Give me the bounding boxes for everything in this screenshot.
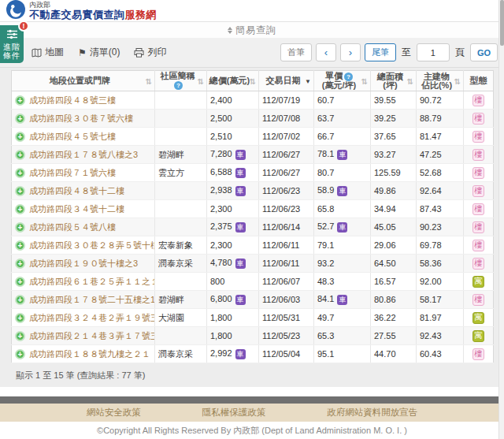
total-price-cell: 7,280車 [207, 146, 259, 164]
copyright-text: ©Copyright All Rights Reserved By 內政部 (D… [0, 422, 504, 439]
community-cell [155, 91, 207, 110]
date-cell: 112/06/11 [259, 255, 314, 273]
date-cell: 112/05/04 [259, 345, 314, 363]
ratio-cell: 81.47 [417, 128, 464, 146]
footer-links-bar: 網站安全政策 隱私權保護政策 政府網站資料開放宣告 [0, 404, 504, 422]
add-to-list-button[interactable]: + [15, 132, 25, 142]
unit-price-value: 95.1 [317, 349, 334, 359]
parking-badge: 車 [337, 150, 347, 160]
community-cell: 大湖園 [155, 309, 207, 327]
flag-icon: ⚑ [78, 47, 87, 58]
tab-list[interactable]: ⚑ 清單(0) [78, 46, 120, 59]
add-to-list-button[interactable]: + [15, 168, 25, 178]
site-title-suffix: 服務網 [125, 9, 158, 20]
add-to-list-button[interactable]: + [15, 186, 25, 196]
address-text: 成功路四段３０巷２８弄５號十樓 [29, 240, 155, 250]
sort-icon[interactable]: ⇅ [250, 76, 256, 85]
date-cell: 112/06/23 [259, 200, 314, 218]
parking-badge: 車 [337, 186, 347, 196]
unit-price-cell: 63.7 [314, 110, 371, 128]
sort-icon[interactable]: ⇅ [361, 76, 368, 85]
toolbar: 地圖 ⚑ 清單(0) 列印 首筆 ‹ › 尾筆 [0, 38, 504, 68]
type-badge: 樓 [472, 95, 484, 106]
go-button[interactable]: GO [470, 43, 498, 61]
table-row: +成功路四段２１４巷３弄１７號三樓1,800112/05/2365.327.55… [12, 327, 494, 345]
type-cell: 樓 [464, 255, 494, 273]
type-badge: 樓 [472, 203, 484, 215]
tab-map[interactable]: 地圖 [32, 46, 64, 59]
sort-icon[interactable]: ⇅ [146, 76, 152, 85]
table-row: +成功路四段１７８號八樓之3碧湖畔7,280車112/06/2778.1車93.… [12, 146, 494, 164]
total-price-value: 1,800 [210, 331, 232, 340]
unit-price-value: 66.7 [317, 132, 334, 141]
collapse-toggle-icon [228, 27, 232, 34]
ratio-cell: 88.79 [417, 110, 464, 128]
first-page-button[interactable]: 首筆 [280, 43, 312, 61]
query-mode-bar[interactable]: 簡易查詢 [0, 22, 504, 38]
type-cell: 樓 [464, 218, 494, 236]
add-to-list-button[interactable]: + [15, 240, 25, 251]
date-cell: 112/07/19 [259, 91, 314, 110]
add-to-list-button[interactable]: + [15, 331, 25, 341]
unit-price-cell: 80.7 [314, 164, 371, 182]
link-privacy-policy[interactable]: 隱私權保護政策 [202, 407, 266, 419]
address-text: 成功路四段６１巷２５弄１１之１號二樓 [29, 277, 155, 286]
link-open-data-declaration[interactable]: 政府網站資料開放宣告 [327, 407, 417, 419]
total-price-cell: 2,375車 [207, 218, 259, 236]
col-ratio: 主建物佔比(%)⇅ [417, 71, 464, 91]
total-price-cell: 800 [207, 273, 259, 291]
table-row: +成功路四段１８８號九樓之２１潤泰京采2,992車112/05/0495.144… [12, 345, 494, 363]
address-cell: +成功路四段３２４巷２弄１９號三樓 [12, 309, 155, 327]
next-page-button[interactable]: › [340, 43, 361, 61]
type-cell: 樓 [464, 182, 494, 200]
unit-price-value: 63.7 [317, 113, 334, 123]
last-page-button[interactable]: 尾筆 [365, 43, 396, 61]
scrollbar-thumb[interactable] [500, 0, 504, 46]
site-logo[interactable]: 內政部 不動產交易實價查詢服務網 [6, 0, 157, 22]
tab-print-label: 列印 [147, 46, 166, 59]
add-to-list-button[interactable]: + [15, 259, 25, 269]
add-to-list-button[interactable]: + [15, 204, 25, 214]
vertical-scrollbar[interactable] [498, 0, 504, 439]
unit-price-cell: 58.9車 [314, 182, 371, 200]
add-to-list-button[interactable]: + [15, 150, 25, 160]
parking-badge: 車 [235, 186, 246, 196]
total-price-cell: 2,500 [207, 110, 259, 128]
sort-icon[interactable]: ⇅ [198, 76, 204, 85]
advanced-conditions-button[interactable]: 進階 條件 ! [0, 25, 24, 63]
area-cell: 49.86 [371, 182, 417, 200]
community-cell: 雲立方 [155, 164, 207, 182]
map-icon [32, 48, 42, 58]
add-to-list-button[interactable]: + [15, 349, 25, 359]
link-security-policy[interactable]: 網站安全政策 [87, 407, 141, 419]
add-to-list-button[interactable]: + [15, 277, 25, 287]
unit-price-value: 49.7 [317, 313, 334, 322]
page-number-input[interactable] [417, 43, 450, 61]
logo-text: 內政部 不動產交易實價查詢服務網 [29, 2, 157, 20]
address-cell: +成功路四段１７８號二十五樓之1 [12, 291, 155, 309]
date-cell: 112/06/11 [259, 236, 314, 255]
sort-icon[interactable]: ⇅ [454, 76, 461, 85]
type-badge: 樓 [472, 113, 484, 125]
tab-print[interactable]: 列印 [134, 46, 166, 59]
add-to-list-button[interactable]: + [15, 222, 25, 233]
add-to-list-button[interactable]: + [15, 313, 25, 323]
sort-icon[interactable]: ⇅ [407, 76, 413, 85]
sort-desc-icon[interactable]: ▼ [305, 76, 311, 85]
prev-page-button[interactable]: ‹ [316, 43, 336, 61]
col-unit-price-label2: (萬元/坪) [316, 81, 362, 90]
advanced-conditions-label-2: 條件 [3, 51, 20, 60]
add-to-list-button[interactable]: + [15, 95, 25, 106]
unit-price-cell: 93.2 [314, 255, 371, 273]
table-row: +成功路四段４５號七樓2,510112/07/0266.737.6581.47樓 [12, 128, 494, 146]
address-cell: +成功路四段１８８號九樓之２１ [12, 345, 155, 363]
type-cell: 樓 [464, 236, 494, 255]
ratio-cell: 52.68 [417, 164, 464, 182]
help-icon[interactable]: ? [174, 81, 183, 90]
add-to-list-button[interactable]: + [15, 113, 25, 124]
table-header-row: 地段位置或門牌⇅ 社區簡稱?⇅ 總價(萬元)⇅ 交易日期▼ 單價?(萬元/坪)⇅… [12, 71, 494, 91]
advanced-conditions-label-1: 進階 [3, 43, 20, 51]
type-cell: 樓 [464, 291, 494, 309]
address-cell: +成功路四段３０巷２８弄５號十樓 [12, 236, 155, 255]
add-to-list-button[interactable]: + [15, 295, 25, 305]
